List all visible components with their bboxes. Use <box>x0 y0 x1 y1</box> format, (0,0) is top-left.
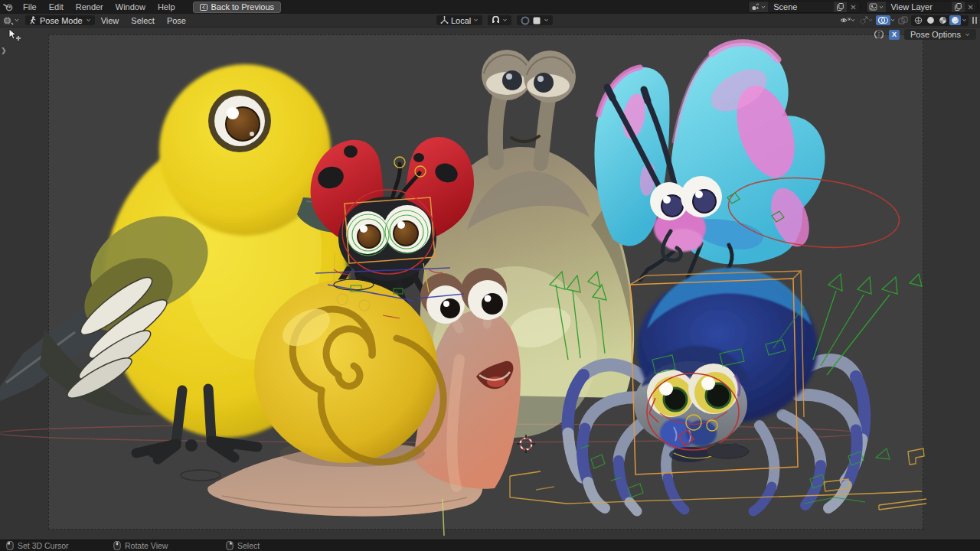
ground-splat-marker <box>706 443 749 458</box>
editor-3d-viewport-icon <box>3 16 14 25</box>
scene-name-field[interactable]: Scene <box>768 2 834 11</box>
ground-shadow-ring <box>181 470 220 481</box>
proportional-editing-icon <box>521 16 530 25</box>
chevron-down-icon <box>879 5 884 9</box>
x-axis-mirror-toggle[interactable]: X <box>889 30 900 40</box>
duplicate-icon <box>955 3 962 11</box>
top-bar: File Edit Render Window Help Back to Pre… <box>0 0 980 14</box>
view-layer-name-field[interactable]: View Layer <box>886 2 952 11</box>
menu-view[interactable]: View <box>95 14 126 27</box>
falloff-icon <box>532 16 541 25</box>
chevron-down-icon <box>868 18 873 22</box>
show-object-types-dropdown[interactable] <box>840 16 855 24</box>
3d-viewport[interactable]: ❯ X Pose Options <box>0 27 980 540</box>
chevron-down-icon <box>761 5 766 9</box>
viewport-header: Pose Mode View Select Pose Local <box>0 14 980 28</box>
mouse-middle-icon <box>113 541 121 550</box>
xray-toggle[interactable] <box>898 16 908 25</box>
toolbar-expand-icon[interactable]: ❯ <box>1 47 7 54</box>
shading-wireframe-button[interactable] <box>913 15 924 25</box>
duplicate-icon <box>837 3 844 11</box>
view-layer-selector[interactable]: View Layer ✕ <box>866 1 978 13</box>
chevron-down-icon <box>502 18 508 22</box>
statusbar-hint-rmb: Select <box>226 540 260 551</box>
menu-window[interactable]: Window <box>109 0 152 14</box>
snail-shell <box>254 279 438 463</box>
menu-edit[interactable]: Edit <box>43 0 70 14</box>
tool-settings-row: X Pose Options <box>874 29 976 40</box>
orientation-icon <box>440 16 449 24</box>
statusbar-hint-lmb: Set 3D Cursor <box>6 540 69 551</box>
editor-type-selector[interactable] <box>0 16 22 25</box>
pose-mode-icon <box>29 16 37 24</box>
mirror-icon <box>874 30 884 39</box>
viewport-scene[interactable] <box>0 27 980 540</box>
mode-dropdown[interactable]: Pose Mode <box>25 15 95 25</box>
object-butterfly[interactable] <box>594 43 825 280</box>
visibility-icon <box>840 16 851 24</box>
chevron-down-icon <box>86 18 91 22</box>
giant-snail-right-eye <box>524 51 576 103</box>
chevron-down-icon <box>473 18 479 22</box>
chevron-down-icon <box>965 33 970 37</box>
bird-eye <box>208 90 271 152</box>
back-to-previous-button[interactable]: Back to Previous <box>193 2 282 13</box>
view-layer-remove-icon[interactable]: ✕ <box>965 3 977 11</box>
overlays-toggle[interactable] <box>876 15 895 25</box>
statusbar-hint-mmb: Rotate View <box>113 540 168 551</box>
chevron-down-icon <box>851 18 855 22</box>
gizmo-icon <box>858 16 868 25</box>
overlays-icon <box>877 16 889 24</box>
mouse-right-icon <box>226 541 234 550</box>
scene-unlink-icon[interactable]: ✕ <box>847 3 859 11</box>
mouse-left-icon <box>6 541 14 550</box>
chevron-down-icon <box>890 18 895 22</box>
chevron-down-icon <box>15 18 19 22</box>
header-handle-icon[interactable] <box>972 16 978 24</box>
shading-solid-button[interactable] <box>925 15 936 25</box>
xray-icon <box>898 16 908 25</box>
blender-logo-icon[interactable] <box>0 2 17 11</box>
menu-render[interactable]: Render <box>70 0 109 14</box>
transform-orientation-dropdown[interactable]: Local <box>436 15 482 25</box>
menu-file[interactable]: File <box>17 0 43 14</box>
snapping-dropdown[interactable] <box>488 15 511 25</box>
shading-mode-group <box>911 15 969 26</box>
scene-icon <box>751 3 760 11</box>
gizmos-toggle[interactable] <box>858 16 873 25</box>
shading-material-button[interactable] <box>937 15 949 25</box>
menu-select[interactable]: Select <box>125 14 161 27</box>
menu-help[interactable]: Help <box>152 0 181 14</box>
scene-selector[interactable]: Scene ✕ <box>748 1 860 13</box>
chevron-down-icon <box>962 18 967 22</box>
view-layer-icon <box>869 3 877 11</box>
back-window-icon <box>200 4 207 11</box>
giant-snail-smile <box>511 136 539 142</box>
status-bar: Set 3D Cursor Rotate View Select <box>0 540 980 551</box>
shading-rendered-button[interactable] <box>949 15 961 25</box>
magnet-icon <box>492 16 500 24</box>
pose-options-dropdown[interactable]: Pose Options <box>904 29 976 40</box>
chevron-down-icon <box>544 18 549 22</box>
mouse-cursor-icon <box>8 29 21 43</box>
proportional-editing-group[interactable] <box>517 15 553 25</box>
menu-pose[interactable]: Pose <box>161 14 192 27</box>
